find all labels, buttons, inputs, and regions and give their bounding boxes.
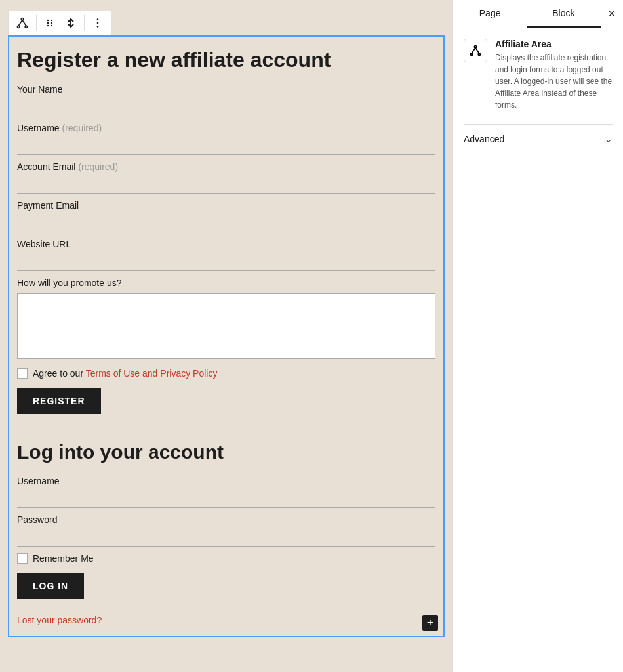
svg-point-5 [47,20,49,21]
svg-point-15 [471,53,473,55]
svg-point-16 [478,53,480,55]
svg-point-6 [51,20,52,21]
svg-point-9 [47,25,49,26]
advanced-section: Advanced ⌄ [464,124,613,153]
form-container: Register a new affiliate account Your Na… [8,35,445,637]
svg-point-11 [97,18,99,20]
tab-page[interactable]: Page [453,0,527,28]
svg-point-1 [18,26,20,28]
block-toolbar [8,10,111,35]
block-info-text: Affiliate Area Displays the affiliate re… [495,39,613,111]
block-info: Affiliate Area Displays the affiliate re… [464,39,613,111]
svg-point-0 [21,18,23,20]
label-payment-email: Payment Email [17,200,435,211]
field-password: Password [17,514,435,547]
label-password: Password [17,514,435,525]
register-title: Register a new affiliate account [17,47,435,72]
field-your-name: Your Name [17,84,435,116]
input-account-email[interactable] [17,175,435,194]
label-account-email: Account Email (required) [17,161,435,172]
login-title: Log into your account [17,440,435,464]
input-payment-email[interactable] [17,213,435,232]
drag-handle-btn[interactable] [41,14,59,32]
sidebar-close-btn[interactable]: × [601,2,624,26]
svg-line-4 [22,20,26,26]
login-button[interactable]: LOG IN [17,573,84,599]
field-payment-email: Payment Email [17,200,435,232]
field-promote: How will you promote us? [17,278,435,362]
label-promote: How will you promote us? [17,278,435,288]
sidebar: Page Block × Affiliate Area Displays the… [452,0,623,672]
input-website-url[interactable] [17,252,435,271]
chevron-down-icon: ⌄ [604,133,613,145]
terms-link[interactable]: Terms of Use and Privacy Policy [86,368,218,379]
svg-point-14 [474,46,476,48]
advanced-header[interactable]: Advanced ⌄ [464,125,613,153]
toolbar-divider-2 [84,15,85,31]
remember-me-checkbox[interactable] [17,553,28,564]
field-login-username: Username [17,476,435,508]
toolbar-divider-1 [36,15,37,31]
field-account-email: Account Email (required) [17,161,435,194]
input-password[interactable] [17,528,435,547]
remember-me-row: Remember Me [17,553,435,564]
svg-point-13 [97,26,99,28]
sidebar-content: Affiliate Area Displays the affiliate re… [453,28,623,672]
remember-me-label: Remember Me [33,553,94,564]
svg-line-17 [472,48,475,53]
move-btn[interactable] [62,14,80,32]
block-icon [464,39,487,62]
main-area: Register a new affiliate account Your Na… [0,0,452,672]
register-button[interactable]: REGISTER [17,388,101,414]
options-btn[interactable] [89,14,107,32]
add-block-btn[interactable]: + [422,615,438,631]
input-username-register[interactable] [17,136,435,155]
block-info-name: Affiliate Area [495,39,613,49]
svg-line-18 [475,48,479,53]
field-username-register: Username (required) [17,123,435,155]
agree-label: Agree to our Terms of Use and Privacy Po… [33,368,217,379]
lost-password-link[interactable]: Lost your password? [17,615,435,625]
svg-point-7 [47,22,49,24]
svg-point-12 [97,22,99,24]
label-username-register: Username (required) [17,123,435,133]
affiliate-icon-btn[interactable] [12,14,32,32]
label-your-name: Your Name [17,84,435,94]
label-login-username: Username [17,476,435,486]
svg-point-8 [51,22,52,24]
label-website-url: Website URL [17,239,435,249]
field-website-url: Website URL [17,239,435,271]
svg-point-10 [51,25,52,26]
agree-checkbox[interactable] [17,368,28,379]
tab-block[interactable]: Block [527,0,600,28]
svg-line-3 [18,20,22,26]
block-info-desc: Displays the affiliate registration and … [495,52,613,111]
input-login-username[interactable] [17,489,435,508]
input-your-name[interactable] [17,97,435,116]
agree-row: Agree to our Terms of Use and Privacy Po… [17,368,435,379]
advanced-label: Advanced [464,134,504,144]
sidebar-header: Page Block × [453,0,623,28]
textarea-promote[interactable] [17,293,435,359]
svg-point-2 [25,26,27,28]
